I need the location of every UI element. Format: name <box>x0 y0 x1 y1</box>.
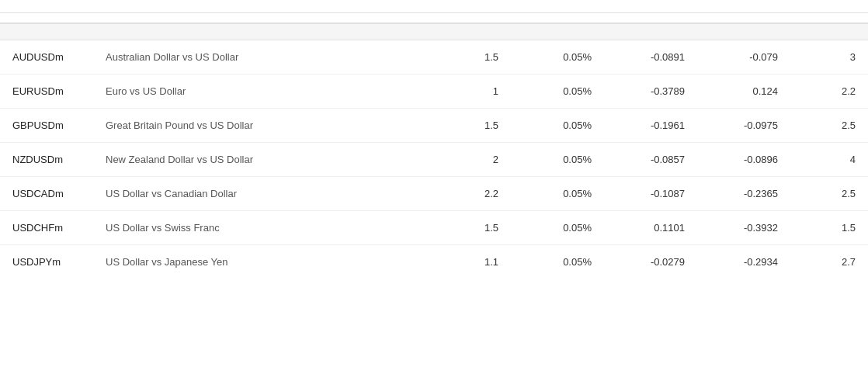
cell-description: US Dollar vs Japanese Yen <box>106 256 374 268</box>
table-row: AUDUSDm Australian Dollar vs US Dollar 1… <box>0 40 868 74</box>
cell-avg-spread: 1.5 <box>374 222 498 234</box>
cell-long-swap: -0.0857 <box>592 154 685 165</box>
table-row: USDCHFm US Dollar vs Swiss Franc 1.5 0.0… <box>0 211 868 245</box>
cell-description: US Dollar vs Canadian Dollar <box>106 188 374 199</box>
cell-margin: 0.05% <box>498 120 592 131</box>
trading-table: AUDUSDm Australian Dollar vs US Dollar 1… <box>0 0 868 279</box>
cell-margin: 0.05% <box>498 85 592 97</box>
cell-avg-spread: 2 <box>374 154 498 165</box>
table-row: USDJPYm US Dollar vs Japanese Yen 1.1 0.… <box>0 245 868 279</box>
cell-short-swap: -0.0896 <box>685 154 778 165</box>
table-row: EURUSDm Euro vs US Dollar 1 0.05% -0.378… <box>0 74 868 109</box>
cell-symbol: USDCADm <box>12 188 106 199</box>
table-row: NZDUSDm New Zealand Dollar vs US Dollar … <box>0 143 868 177</box>
cell-long-swap: -0.0891 <box>592 51 685 63</box>
cell-long-swap: -0.0279 <box>592 256 685 268</box>
cell-avg-spread: 1.1 <box>374 256 498 268</box>
table-body: AUDUSDm Australian Dollar vs US Dollar 1… <box>0 40 868 279</box>
cell-long-swap: -0.1961 <box>592 120 685 131</box>
cell-stop-level: 2.2 <box>778 85 856 97</box>
cell-short-swap: -0.2365 <box>685 188 778 199</box>
cell-description: New Zealand Dollar vs US Dollar <box>106 154 374 165</box>
table-subheader <box>0 13 868 24</box>
cell-short-swap: -0.3932 <box>685 222 778 234</box>
table-row: USDCADm US Dollar vs Canadian Dollar 2.2… <box>0 177 868 211</box>
cell-symbol: USDCHFm <box>12 222 106 234</box>
table-row: GBPUSDm Great Britain Pound vs US Dollar… <box>0 109 868 143</box>
cell-long-swap: -0.1087 <box>592 188 685 199</box>
cell-symbol: NZDUSDm <box>12 154 106 165</box>
cell-stop-level: 2.5 <box>778 120 856 131</box>
cell-margin: 0.05% <box>498 154 592 165</box>
cell-stop-level: 2.5 <box>778 188 856 199</box>
cell-short-swap: -0.0975 <box>685 120 778 131</box>
cell-description: US Dollar vs Swiss Franc <box>106 222 374 234</box>
cell-stop-level: 3 <box>778 51 856 63</box>
cell-description: Euro vs US Dollar <box>106 85 374 97</box>
cell-symbol: AUDUSDm <box>12 51 106 63</box>
cell-stop-level: 2.7 <box>778 256 856 268</box>
table-header <box>0 0 868 13</box>
cell-description: Australian Dollar vs US Dollar <box>106 51 374 63</box>
cell-short-swap: -0.079 <box>685 51 778 63</box>
cell-margin: 0.05% <box>498 188 592 199</box>
cell-avg-spread: 1.5 <box>374 120 498 131</box>
cell-margin: 0.05% <box>498 51 592 63</box>
cell-long-swap: 0.1101 <box>592 222 685 234</box>
cell-short-swap: 0.124 <box>685 85 778 97</box>
cell-avg-spread: 1 <box>374 85 498 97</box>
cell-stop-level: 4 <box>778 154 856 165</box>
cell-symbol: EURUSDm <box>12 85 106 97</box>
cell-symbol: USDJPYm <box>12 256 106 268</box>
cell-description: Great Britain Pound vs US Dollar <box>106 120 374 131</box>
cell-short-swap: -0.2934 <box>685 256 778 268</box>
cell-avg-spread: 1.5 <box>374 51 498 63</box>
cell-margin: 0.05% <box>498 222 592 234</box>
cell-symbol: GBPUSDm <box>12 120 106 131</box>
section-majors-header[interactable] <box>0 24 868 40</box>
cell-long-swap: -0.3789 <box>592 85 685 97</box>
cell-stop-level: 1.5 <box>778 222 856 234</box>
cell-avg-spread: 2.2 <box>374 188 498 199</box>
cell-margin: 0.05% <box>498 256 592 268</box>
